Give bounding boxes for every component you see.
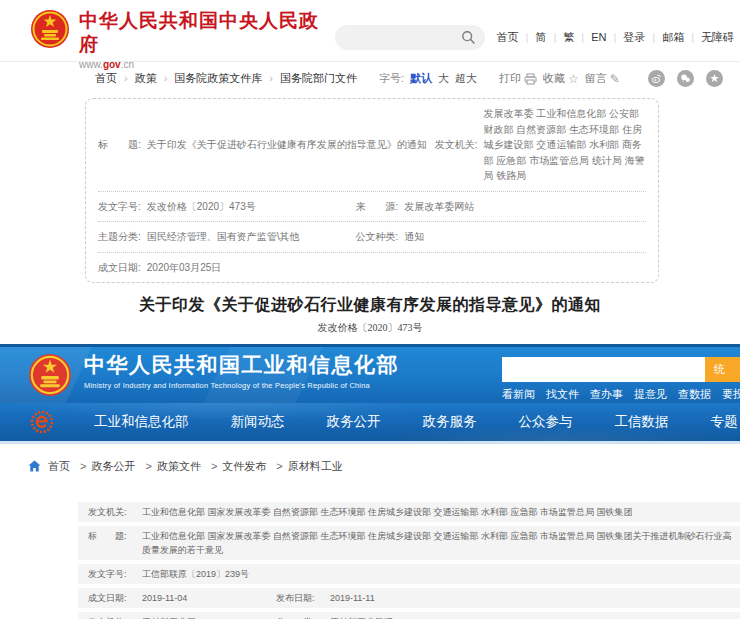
field-value: 发展改革委 工业和信息化部 公安部 财政部 自然资源部 生态环境部 住房城乡建设…: [484, 106, 646, 184]
miit-search: 统: [502, 357, 740, 382]
gov-link-mail[interactable]: 邮箱: [645, 31, 684, 43]
miit-site-title: 中华人民共和国工业和信息化部: [84, 352, 399, 378]
field-value: 工业和信息化部 国家发展改革委 自然资源部 生态环境部 住房城乡建设部 交通运输…: [142, 529, 740, 557]
field-label: 公文种类:: [356, 229, 399, 245]
share-star-button[interactable]: [706, 70, 723, 87]
field-value: 2020年03月25日: [147, 260, 222, 276]
nav-item-data[interactable]: 工信数据: [615, 413, 669, 431]
miit-breadcrumb-raw-materials[interactable]: 原材料工业: [271, 459, 342, 474]
comment-button[interactable]: 留言✎: [585, 71, 620, 86]
gov-doc-number: 发改价格〔2020〕473号: [0, 321, 740, 335]
nav-item-gov-open[interactable]: 政务公开: [327, 413, 381, 431]
pencil-icon: ✎: [610, 72, 620, 86]
gov-site-title[interactable]: 中华人民共和国中央人民政府: [79, 9, 335, 57]
miit-header: 中华人民共和国工业和信息化部 Ministry of Industry and …: [0, 344, 740, 403]
miit-e-logo-icon: [30, 410, 54, 434]
nav-item-topics[interactable]: 专题: [711, 413, 738, 431]
page: 中华人民共和国中央人民政府 www.gov.cn 首页简繁EN登录邮箱无障碍 首…: [0, 0, 740, 619]
breadcrumb-item-library[interactable]: 国务院政策文件库: [157, 72, 263, 84]
gov-link-traditional[interactable]: 繁: [546, 31, 574, 43]
gov-link-accessibility[interactable]: 无障碍: [684, 31, 734, 43]
miit-breadcrumb: 首页政务公开政策文件文件发布原材料工业: [0, 444, 740, 474]
gov-header-right: 首页简繁EN登录邮箱无障碍: [335, 14, 734, 61]
favorite-button[interactable]: 收藏☆: [543, 71, 579, 86]
miit-site-subtitle-en: Ministry of Industry and Information Tec…: [84, 381, 399, 390]
info-row: 成文日期: 2020年03月25日: [98, 252, 646, 283]
miit-search-button[interactable]: 统: [705, 357, 740, 382]
info-row: 发文字号: 发改价格〔2020〕473号 来 源: 发展改革委网站: [98, 191, 646, 222]
breadcrumb-item-dept-docs[interactable]: 国务院部门文件: [262, 72, 357, 84]
miit-brand[interactable]: 中华人民共和国工业和信息化部 Ministry of Industry and …: [84, 352, 399, 390]
font-size-large-button[interactable]: 大: [438, 71, 449, 86]
field-publish-date: 发布日期: 2019-11-11: [276, 591, 375, 605]
miit-breadcrumb-policy-docs[interactable]: 政策文件: [140, 459, 200, 474]
gov-top-links: 首页简繁EN登录邮箱无障碍: [497, 30, 734, 45]
quicklink-complaint[interactable]: 要投诉: [722, 387, 740, 402]
wechat-icon: [680, 73, 691, 84]
field-doc-number: 发文字号: 发改价格〔2020〕473号: [98, 199, 356, 215]
gov-link-en[interactable]: EN: [574, 31, 606, 43]
quicklink-news[interactable]: 看新闻: [502, 387, 535, 402]
quicklink-feedback[interactable]: 提意见: [634, 387, 667, 402]
info-row: 标 题: 关于印发《关于促进砂石行业健康有序发展的指导意见》的通知 发文机关: …: [98, 99, 646, 191]
field-publish-org: 发布机构: 原材料工业司: [88, 615, 276, 619]
info-row: 标 题: 工业和信息化部 国家发展改革委 自然资源部 生态环境部 住房城乡建设部…: [78, 526, 740, 560]
national-emblem-icon: [28, 353, 72, 397]
breadcrumb-item-policy[interactable]: 政策: [117, 72, 157, 84]
field-value: 工业和信息化部 国家发展改革委 自然资源部 生态环境部 住房城乡建设部 交通运输…: [142, 505, 740, 519]
field-title: 标 题: 关于印发《关于促进砂石行业健康有序发展的指导意见》的通知: [98, 106, 435, 184]
field-label: 发文字号:: [98, 199, 141, 215]
quicklink-documents[interactable]: 找文件: [546, 387, 579, 402]
info-row: 发文字号: 工信部联原〔2019〕239号: [78, 564, 740, 584]
field-label: 主题分类:: [98, 229, 141, 245]
field-value: 发改价格〔2020〕473号: [147, 199, 256, 215]
info-row: 发文机关: 工业和信息化部 国家发展改革委 自然资源部 生态环境部 住房城乡建设…: [78, 502, 740, 522]
field-label: 发布日期:: [276, 591, 326, 605]
nav-item-participation[interactable]: 公众参与: [519, 413, 573, 431]
gov-search-input[interactable]: [335, 25, 485, 50]
comment-label: 留言: [585, 71, 607, 86]
home-icon[interactable]: [28, 460, 41, 472]
field-label: 来 源:: [356, 199, 399, 215]
quicklink-data[interactable]: 查数据: [678, 387, 711, 402]
miit-breadcrumb-gov-open[interactable]: 政务公开: [75, 459, 135, 474]
gov-brand-text: 中华人民共和国中央人民政府 www.gov.cn: [79, 9, 335, 70]
star-icon: ☆: [568, 72, 579, 86]
nav-item-news[interactable]: 新闻动态: [231, 413, 285, 431]
field-category: 分 类: 原材料工业管理: [276, 615, 393, 619]
miit-breadcrumb-doc-release[interactable]: 文件发布: [206, 459, 266, 474]
gov-link-home[interactable]: 首页: [497, 31, 519, 43]
doc-toolbar-controls: 字号: 默认 大 超大 打印 收藏☆ 留言✎: [379, 70, 723, 87]
field-value: 原材料工业管理: [330, 615, 393, 619]
print-button[interactable]: 打印: [499, 71, 537, 86]
favorite-label: 收藏: [543, 71, 565, 86]
url-cn: .cn: [121, 59, 134, 70]
quicklink-services[interactable]: 查办事: [590, 387, 623, 402]
field-label: 标 题:: [88, 529, 138, 543]
search-icon[interactable]: [461, 30, 476, 45]
miit-search-input[interactable]: [502, 357, 705, 382]
share-wechat-button[interactable]: [677, 70, 694, 87]
nav-item-gov-services[interactable]: 政务服务: [423, 413, 477, 431]
field-value: 工信部联原〔2019〕239号: [142, 567, 740, 581]
miit-nav: 工业和信息化部 新闻动态 政务公开 政务服务 公众参与 工信数据 专题: [0, 403, 740, 444]
font-size-xlarge-button[interactable]: 超大: [455, 71, 477, 86]
info-row: 发布机构: 原材料工业司 分 类: 原材料工业管理: [78, 612, 740, 619]
gov-link-simplified[interactable]: 简: [519, 31, 547, 43]
share-weibo-button[interactable]: [648, 70, 665, 87]
font-size-default-button[interactable]: 默认: [410, 71, 432, 86]
printer-icon: [524, 73, 537, 85]
field-value: 2019-11-04: [142, 591, 276, 605]
star-badge-icon: [709, 73, 720, 84]
nav-item-miit[interactable]: 工业和信息化部: [94, 413, 189, 431]
breadcrumb: 首页政策国务院政策文件库国务院部门文件: [95, 71, 357, 86]
field-label: 发文机关:: [88, 505, 138, 519]
gov-link-login[interactable]: 登录: [606, 31, 645, 43]
miit-breadcrumb-home[interactable]: 首页: [48, 459, 70, 474]
gov-doc-info-table: 标 题: 关于印发《关于促进砂石行业健康有序发展的指导意见》的通知 发文机关: …: [85, 98, 659, 283]
gov-brand[interactable]: 中华人民共和国中央人民政府 www.gov.cn: [30, 9, 335, 61]
url-gov: gov: [103, 59, 121, 70]
info-row: 主题分类: 国民经济管理、国有资产监管\其他 公文种类: 通知: [98, 221, 646, 252]
national-emblem-icon: [30, 9, 70, 49]
breadcrumb-item-home[interactable]: 首页: [95, 72, 117, 84]
